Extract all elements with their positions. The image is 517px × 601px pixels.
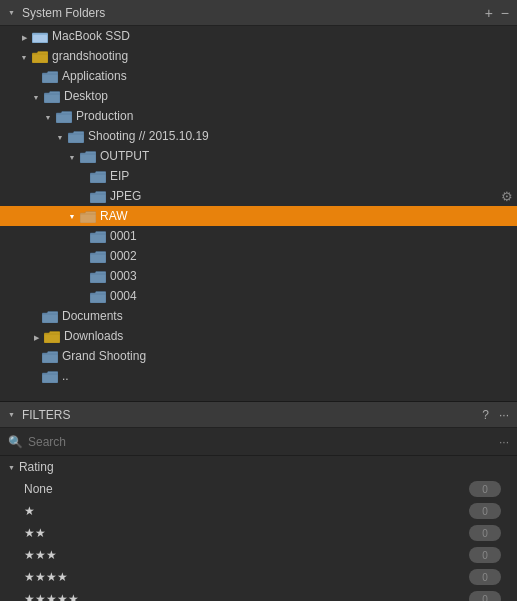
applications-label: Applications	[62, 69, 127, 83]
rating-4star-toggle[interactable]: 0	[469, 569, 501, 585]
rating-4star-label: ★★★★	[24, 570, 469, 584]
folder-icon-output	[80, 150, 96, 162]
tree-item-0002[interactable]: 0002	[0, 246, 517, 266]
rating-none-toggle[interactable]: 0	[469, 481, 501, 497]
rating-section-header[interactable]: ▼ Rating	[0, 456, 517, 478]
filters-title: ▼ FILTERS	[8, 408, 70, 422]
settings-gear-icon[interactable]: ⚙	[501, 189, 513, 204]
folder-icon-0004	[90, 290, 106, 302]
tree-item-grandshooting[interactable]: grandshooting	[0, 46, 517, 66]
tree-item-0004[interactable]: 0004	[0, 286, 517, 306]
folder-icon-eip	[90, 170, 106, 182]
downloads-label: Downloads	[64, 329, 123, 343]
tree-item-grand-shooting[interactable]: Grand Shooting	[0, 346, 517, 366]
tree-item-0001[interactable]: 0001	[0, 226, 517, 246]
toggle-production[interactable]	[42, 110, 54, 122]
rating-section: ▼ Rating None 0 ★ 0 ★★ 0 ★★★ 0 ★★★★ 0 ★★…	[0, 456, 517, 601]
rating-1star-toggle[interactable]: 0	[469, 503, 501, 519]
toggle-macbook[interactable]	[18, 30, 30, 42]
tree-item-documents[interactable]: Documents	[0, 306, 517, 326]
tree-item-raw[interactable]: ▼ RAW	[0, 206, 517, 226]
folder-icon-jpeg	[90, 190, 106, 202]
tree-item-jpeg[interactable]: JPEG ⚙	[0, 186, 517, 206]
tree-item-shooting[interactable]: Shooting // 2015.10.19	[0, 126, 517, 146]
header-actions: + −	[485, 6, 509, 20]
close-folder-button[interactable]: −	[501, 6, 509, 20]
svg-rect-1	[33, 35, 47, 42]
tree-item-production[interactable]: Production	[0, 106, 517, 126]
folder-icon-0001	[90, 230, 106, 242]
filters-help-button[interactable]: ?	[482, 408, 489, 422]
folder-0002-label: 0002	[110, 249, 137, 263]
drive-icon	[32, 30, 48, 42]
rating-2star-label: ★★	[24, 526, 469, 540]
tree-item-eip[interactable]: EIP	[0, 166, 517, 186]
rating-label: Rating	[19, 460, 54, 474]
toggle-arrow-system[interactable]: ▼	[8, 9, 15, 16]
tree-item-dotdot[interactable]: ..	[0, 366, 517, 386]
folder-icon-downloads	[44, 330, 60, 342]
toggle-output[interactable]	[66, 150, 78, 162]
toggle-rating[interactable]: ▼	[8, 464, 15, 471]
jpeg-label: JPEG	[110, 189, 141, 203]
eip-label: EIP	[110, 169, 129, 183]
tree-item-downloads[interactable]: Downloads	[0, 326, 517, 346]
rating-row-3star: ★★★ 0	[0, 544, 517, 566]
search-input[interactable]	[28, 435, 499, 449]
filters-label: FILTERS	[22, 408, 70, 422]
rating-2star-toggle[interactable]: 0	[469, 525, 501, 541]
tree-item-output[interactable]: OUTPUT	[0, 146, 517, 166]
folder-0001-label: 0001	[110, 229, 137, 243]
folder-icon-shooting	[68, 130, 84, 142]
search-more-button[interactable]: ···	[499, 435, 509, 449]
folder-icon-raw	[80, 210, 96, 222]
toggle-arrow-filters[interactable]: ▼	[8, 411, 15, 418]
rating-row-none: None 0	[0, 478, 517, 500]
folder-icon-documents	[42, 310, 58, 322]
dotdot-label: ..	[62, 369, 69, 383]
toggle-grandshooting[interactable]	[18, 50, 30, 62]
add-folder-button[interactable]: +	[485, 6, 493, 20]
system-folders-label: System Folders	[22, 6, 105, 20]
output-label: OUTPUT	[100, 149, 149, 163]
toggle-downloads[interactable]	[30, 330, 42, 342]
rating-row-4star: ★★★★ 0	[0, 566, 517, 588]
search-icon: 🔍	[8, 435, 23, 449]
tree-item-macbook[interactable]: MacBook SSD	[0, 26, 517, 46]
folder-icon-0003	[90, 270, 106, 282]
folder-0004-label: 0004	[110, 289, 137, 303]
macbook-label: MacBook SSD	[52, 29, 130, 43]
toggle-raw[interactable]: ▼	[66, 210, 78, 222]
tree-item-applications[interactable]: Applications	[0, 66, 517, 86]
tree-item-desktop[interactable]: Desktop	[0, 86, 517, 106]
documents-label: Documents	[62, 309, 123, 323]
production-label: Production	[76, 109, 133, 123]
rating-row-1star: ★ 0	[0, 500, 517, 522]
tree-item-0003[interactable]: 0003	[0, 266, 517, 286]
desktop-label: Desktop	[64, 89, 108, 103]
search-row: 🔍 ···	[0, 428, 517, 456]
rating-none-label: None	[24, 482, 469, 496]
rating-1star-label: ★	[24, 504, 469, 518]
filters-actions: ? ···	[482, 408, 509, 422]
rating-row-5star: ★★★★★ 0	[0, 588, 517, 601]
rating-3star-toggle[interactable]: 0	[469, 547, 501, 563]
rating-5star-toggle[interactable]: 0	[469, 591, 501, 601]
folder-0003-label: 0003	[110, 269, 137, 283]
system-folders-title: ▼ System Folders	[8, 6, 105, 20]
folder-icon-0002	[90, 250, 106, 262]
folder-icon-production	[56, 110, 72, 122]
shooting-label: Shooting // 2015.10.19	[88, 129, 209, 143]
folder-icon-applications	[42, 70, 58, 82]
toggle-shooting[interactable]	[54, 130, 66, 142]
folder-icon-desktop	[44, 90, 60, 102]
folder-tree: MacBook SSD grandshooting Applications	[0, 26, 517, 401]
rating-row-2star: ★★ 0	[0, 522, 517, 544]
folder-icon-grand-shooting	[42, 350, 58, 362]
filters-header: ▼ FILTERS ? ···	[0, 402, 517, 428]
rating-5star-label: ★★★★★	[24, 592, 469, 601]
toggle-desktop[interactable]	[30, 90, 42, 102]
folder-icon-dotdot	[42, 370, 58, 382]
special-folder-icon-grandshooting	[32, 50, 48, 62]
filters-more-button[interactable]: ···	[499, 408, 509, 422]
